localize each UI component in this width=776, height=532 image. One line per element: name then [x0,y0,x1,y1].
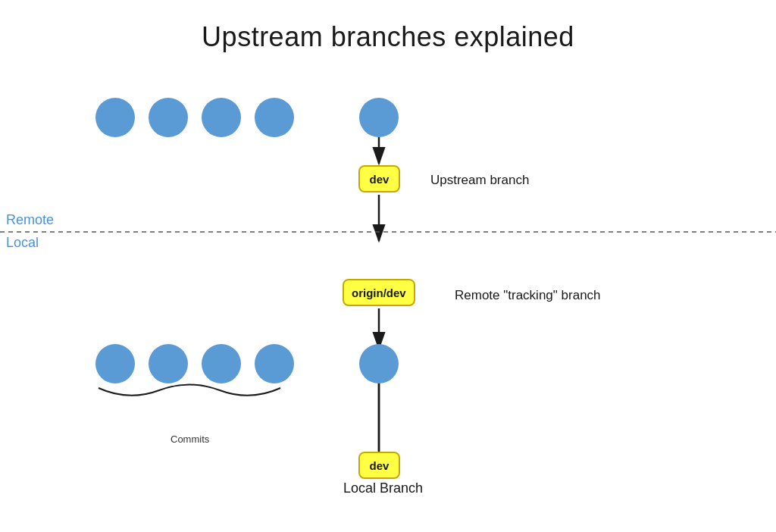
local-commit-1 [95,344,135,383]
remote-commit-1 [95,98,135,137]
local-commit-5 [359,344,399,383]
badge-dev-local: dev [358,452,400,479]
page-container: Upstream branches explained [0,0,776,532]
local-commit-3 [202,344,241,383]
local-commit-4 [255,344,294,383]
remote-commit-5 [359,98,399,137]
remote-commit-4 [255,98,294,137]
commits-brace [99,385,280,396]
badge-dev-upstream: dev [358,165,400,192]
remote-commit-3 [202,98,241,137]
remote-commit-2 [149,98,188,137]
tracking-branch-label: Remote "tracking" branch [455,288,601,303]
local-branch-label: Local Branch [343,480,423,496]
commits-label: Commits [171,433,209,445]
local-commit-2 [149,344,188,383]
upstream-branch-label: Upstream branch [430,173,529,188]
remote-label: Remote [6,212,54,228]
badge-origin-dev: origin/dev [343,279,415,306]
local-label: Local [6,235,39,251]
